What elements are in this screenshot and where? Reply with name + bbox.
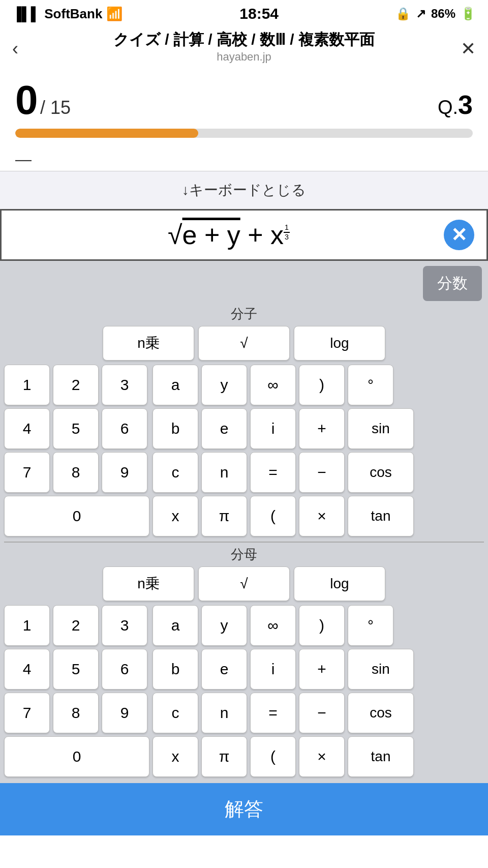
key-minus-bot[interactable]: − — [299, 693, 345, 733]
key-a-top[interactable]: a — [152, 365, 198, 405]
sym-col-numerator: a y ∞ ) ° b e i + sin c n = − cos x — [152, 365, 484, 536]
fraction-button[interactable]: 分数 — [423, 266, 482, 301]
key-1-bot[interactable]: 1 — [4, 605, 50, 646]
key-deg-top[interactable]: ° — [348, 365, 393, 405]
func-n-power-bot[interactable]: n乗 — [103, 566, 194, 601]
key-0-bot[interactable]: 0 — [4, 736, 149, 777]
key-pi-top[interactable]: π — [201, 496, 247, 536]
key-i-top[interactable]: i — [250, 408, 296, 449]
key-a-bot[interactable]: a — [152, 605, 198, 646]
sym-row-2: b e i + sin — [152, 408, 484, 449]
key-5-bot[interactable]: 5 — [53, 649, 99, 690]
key-y-top[interactable]: y — [201, 365, 247, 405]
key-3-top[interactable]: 3 — [102, 365, 147, 405]
numerator-label: 分子 — [4, 305, 484, 323]
den-num-row-4: 0 — [4, 736, 149, 777]
answer-button[interactable]: 解答 — [0, 783, 488, 835]
func-sqrt-bot[interactable]: √ — [198, 566, 290, 601]
status-left: ▐▌▌ SoftBank 📶 — [12, 6, 123, 22]
battery-label: 86% — [431, 7, 455, 21]
key-plus-top[interactable]: + — [299, 408, 345, 449]
formula-input-container[interactable]: √e + y + x13 ✕ — [0, 209, 488, 261]
key-9-top[interactable]: 9 — [102, 452, 147, 493]
key-x-bot[interactable]: x — [152, 736, 198, 777]
key-sin-bot[interactable]: sin — [348, 649, 414, 690]
key-tan-bot[interactable]: tan — [348, 736, 414, 777]
question-num: 3 — [458, 90, 473, 119]
carrier-label: SoftBank — [44, 6, 102, 22]
key-inf-bot[interactable]: ∞ — [250, 605, 296, 646]
key-x-top[interactable]: x — [152, 496, 198, 536]
key-plus-bot[interactable]: + — [299, 649, 345, 690]
key-cos-top[interactable]: cos — [348, 452, 414, 493]
key-rparen-bot[interactable]: ) — [299, 605, 345, 646]
key-inf-top[interactable]: ∞ — [250, 365, 296, 405]
keyboard-grid-numerator: 1 2 3 4 5 6 7 8 9 0 a y ∞ — [4, 365, 484, 536]
key-c-bot[interactable]: c — [152, 693, 198, 733]
func-log-bot[interactable]: log — [294, 566, 385, 601]
question-display: Q.3 — [438, 89, 473, 120]
status-right: 🔒 ↗ 86% 🔋 — [395, 7, 476, 21]
key-2-bot[interactable]: 2 — [53, 605, 99, 646]
sym-row-3: c n = − cos — [152, 452, 484, 493]
key-n-top[interactable]: n — [201, 452, 247, 493]
sym-col-denominator: a y ∞ ) ° b e i + sin c n = − cos x — [152, 605, 484, 777]
score-current: 0 — [15, 77, 38, 123]
den-sym-row-1: a y ∞ ) ° — [152, 605, 484, 646]
key-9-bot[interactable]: 9 — [102, 693, 147, 733]
func-n-power-top[interactable]: n乗 — [103, 326, 194, 361]
formula-clear-button[interactable]: ✕ — [444, 220, 474, 250]
key-1-top[interactable]: 1 — [4, 365, 50, 405]
key-n-bot[interactable]: n — [201, 693, 247, 733]
key-0-top[interactable]: 0 — [4, 496, 149, 536]
key-pi-bot[interactable]: π — [201, 736, 247, 777]
key-4-bot[interactable]: 4 — [4, 649, 50, 690]
nav-bar: ‹ クイズ / 計算 / 高校 / 数Ⅲ / 複素数平面 hayaben.jp … — [0, 25, 488, 70]
key-i-bot[interactable]: i — [250, 649, 296, 690]
key-tan-top[interactable]: tan — [348, 496, 414, 536]
key-6-top[interactable]: 6 — [102, 408, 147, 449]
key-eq-bot[interactable]: = — [250, 693, 296, 733]
den-num-row-1: 1 2 3 — [4, 605, 149, 646]
num-row-4: 0 — [4, 496, 149, 536]
key-e-bot[interactable]: e — [201, 649, 247, 690]
clear-icon: ✕ — [451, 225, 467, 245]
key-lparen-top[interactable]: ( — [250, 496, 296, 536]
func-sqrt-top[interactable]: √ — [198, 326, 290, 361]
key-8-top[interactable]: 8 — [53, 452, 99, 493]
den-sym-row-4: x π ( × tan — [152, 736, 484, 777]
key-5-top[interactable]: 5 — [53, 408, 99, 449]
key-c-top[interactable]: c — [152, 452, 198, 493]
key-minus-top[interactable]: − — [299, 452, 345, 493]
key-b-bot[interactable]: b — [152, 649, 198, 690]
key-3-bot[interactable]: 3 — [102, 605, 147, 646]
key-rparen-top[interactable]: ) — [299, 365, 345, 405]
progress-bar-container — [15, 129, 473, 138]
func-row-numerator: n乗 √ log — [4, 326, 484, 361]
key-e-top[interactable]: e — [201, 408, 247, 449]
num-col-numerator: 1 2 3 4 5 6 7 8 9 0 — [4, 365, 149, 536]
key-cos-bot[interactable]: cos — [348, 693, 414, 733]
key-y-bot[interactable]: y — [201, 605, 247, 646]
sym-row-1: a y ∞ ) ° — [152, 365, 484, 405]
key-2-top[interactable]: 2 — [53, 365, 99, 405]
key-times-bot[interactable]: × — [299, 736, 345, 777]
key-4-top[interactable]: 4 — [4, 408, 50, 449]
key-7-bot[interactable]: 7 — [4, 693, 50, 733]
key-b-top[interactable]: b — [152, 408, 198, 449]
close-keyboard-bar[interactable]: ↓キーボードとじる — [0, 171, 488, 209]
close-button[interactable]: ✕ — [450, 38, 476, 59]
key-6-bot[interactable]: 6 — [102, 649, 147, 690]
back-button[interactable]: ‹ — [12, 38, 38, 59]
key-eq-top[interactable]: = — [250, 452, 296, 493]
den-sym-row-2: b e i + sin — [152, 649, 484, 690]
question-prefix: Q. — [438, 97, 458, 118]
key-times-top[interactable]: × — [299, 496, 345, 536]
key-lparen-bot[interactable]: ( — [250, 736, 296, 777]
key-8-bot[interactable]: 8 — [53, 693, 99, 733]
key-deg-bot[interactable]: ° — [348, 605, 393, 646]
func-log-top[interactable]: log — [294, 326, 385, 361]
key-7-top[interactable]: 7 — [4, 452, 50, 493]
key-sin-top[interactable]: sin — [348, 408, 414, 449]
sym-row-4: x π ( × tan — [152, 496, 484, 536]
